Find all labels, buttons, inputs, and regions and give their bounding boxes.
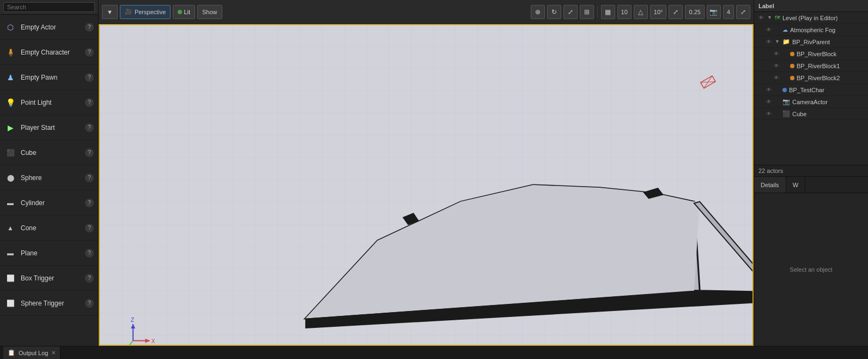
sidebar-item-player-start[interactable]: ▶ Player Start ? xyxy=(0,115,98,140)
blue-dot-icon xyxy=(782,88,787,92)
sidebar-item-sphere-trigger[interactable]: ⬜ Sphere Trigger ? xyxy=(0,291,98,316)
scale-button[interactable]: 0.25 xyxy=(685,5,704,19)
sidebar-item-info-button[interactable]: ? xyxy=(85,199,94,207)
sidebar-item-info-button[interactable]: ? xyxy=(85,173,94,182)
sidebar-item-label: Cone xyxy=(21,224,85,232)
outliner-item-name: CameraActor xyxy=(792,99,865,105)
viewport: ▼ 🎥 Perspective Lit Show ⊕ ↻ ⤢ ⊞ ▦ 1 xyxy=(99,0,754,346)
world-tab-label: W xyxy=(793,182,798,188)
sidebar-item-info-button[interactable]: ? xyxy=(85,148,94,157)
viewport-canvas[interactable]: Z X Y xyxy=(99,24,754,346)
actor-icon: ⬡ xyxy=(4,21,16,33)
sidebar-item-cube[interactable]: ⬛ Cube ? xyxy=(0,140,98,165)
visibility-icon[interactable]: 👁 xyxy=(757,14,765,22)
show-button[interactable]: Show xyxy=(197,5,222,19)
sidebar-item-label: Empty Pawn xyxy=(21,74,85,81)
visibility-icon[interactable]: 👁 xyxy=(773,50,780,58)
world-outliner-items: 👁 ▼ 🗺 Level (Play in Editor) 👁 ▶ ☁ Atmos… xyxy=(754,12,868,165)
sidebar-item-plane[interactable]: ▬ Plane ? xyxy=(0,241,98,266)
sphere-icon: ⬤ xyxy=(4,172,16,184)
visibility-icon[interactable]: 👁 xyxy=(765,98,773,106)
visibility-icon[interactable]: 👁 xyxy=(765,86,773,94)
outliner-item-bp-riverblock1[interactable]: 👁 ▶ BP_RiverBlock1 xyxy=(754,60,868,72)
trigger-icon: ⬜ xyxy=(4,272,16,284)
visibility-icon[interactable]: 👁 xyxy=(773,74,780,82)
character-icon: 🧍 xyxy=(4,46,16,58)
outliner-item-camera-actor[interactable]: 👁 ▶ 📷 CameraActor xyxy=(754,96,868,108)
visibility-icon[interactable]: 👁 xyxy=(773,62,780,70)
bottom-bar: 📋 Output Log ✕ xyxy=(0,346,868,359)
grid-toggle-button[interactable]: ▦ xyxy=(601,5,615,19)
perspective-button[interactable]: 🎥 Perspective xyxy=(120,5,171,19)
sidebar-item-label: Empty Character xyxy=(21,49,85,56)
camera-speed-button[interactable]: 4 xyxy=(723,5,734,19)
sidebar-item-info-button[interactable]: ? xyxy=(85,23,94,32)
sidebar-item-info-button[interactable]: ? xyxy=(85,224,94,232)
sidebar-item-info-button[interactable]: ? xyxy=(85,98,94,107)
rotate-tool-button[interactable]: ↻ xyxy=(547,5,561,19)
outliner-item-cube[interactable]: 👁 ▶ ⬛ Cube xyxy=(754,108,868,120)
outliner-item-level-play-in-editor[interactable]: 👁 ▼ 🗺 Level (Play in Editor) xyxy=(754,12,868,24)
viewport-dropdown-button[interactable]: ▼ xyxy=(102,5,118,19)
snap-angle-button[interactable]: 10° xyxy=(650,5,667,19)
sidebar-item-info-button[interactable]: ? xyxy=(85,299,94,308)
sidebar-item-label: Cylinder xyxy=(21,199,85,207)
sidebar-item-point-light[interactable]: 💡 Point Light ? xyxy=(0,90,98,115)
actors-count-text: 22 actors xyxy=(758,167,783,174)
orange-dot-icon xyxy=(790,76,794,80)
sidebar-item-empty-actor[interactable]: ⬡ Empty Actor ? xyxy=(0,15,98,40)
grid-size-button[interactable]: 10 xyxy=(617,5,632,19)
details-tab[interactable]: Details xyxy=(754,177,786,193)
svg-text:Z: Z xyxy=(131,317,134,323)
local-global-button[interactable]: ⊞ xyxy=(580,5,594,19)
panel-tabs: Details W xyxy=(754,177,868,193)
outliner-item-bp-riverblock2[interactable]: 👁 ▶ BP_RiverBlock2 xyxy=(754,72,868,84)
search-input[interactable] xyxy=(3,2,95,12)
translate-tool-button[interactable]: ⊕ xyxy=(531,5,545,19)
sidebar-item-info-button[interactable]: ? xyxy=(85,73,94,82)
viewport-toolbar: ▼ 🎥 Perspective Lit Show ⊕ ↻ ⤢ ⊞ ▦ 1 xyxy=(99,0,754,24)
actors-count-bar: 22 actors xyxy=(754,165,868,177)
sidebar-item-label: Sphere Trigger xyxy=(21,300,85,307)
sidebar-search-bar xyxy=(0,0,98,15)
sidebar-item-cone[interactable]: ▲ Cone ? xyxy=(0,216,98,241)
outliner-item-bp-riverblock[interactable]: 👁 ▶ BP_RiverBlock xyxy=(754,48,868,60)
outliner-item-atmospheric-fog[interactable]: 👁 ▶ ☁ Atmospheric Fog xyxy=(754,24,868,36)
outliner-item-bp-testchar[interactable]: 👁 ▶ BP_TestChar xyxy=(754,84,868,96)
right-panel: Label 👁 ▼ 🗺 Level (Play in Editor) 👁 ▶ ☁… xyxy=(754,0,868,346)
scale-tool-button[interactable]: ⤢ xyxy=(563,5,578,19)
details-tab-label: Details xyxy=(761,182,779,188)
perspective-label: Perspective xyxy=(135,9,166,15)
visibility-icon[interactable]: 👁 xyxy=(765,26,773,34)
sidebar-items-list: ⬡ Empty Actor ? 🧍 Empty Character ? ♟ Em… xyxy=(0,15,98,346)
output-log-tab[interactable]: 📋 Output Log ✕ xyxy=(3,346,60,359)
world-outliner-header: Label xyxy=(754,0,868,12)
sidebar-item-label: Player Start xyxy=(21,124,85,131)
sidebar-item-empty-pawn[interactable]: ♟ Empty Pawn ? xyxy=(0,65,98,90)
visibility-icon[interactable]: 👁 xyxy=(765,110,773,118)
scale-icon: ⤢ xyxy=(669,5,683,19)
terrain-viewport-svg: Z X Y xyxy=(100,25,752,345)
world-tab[interactable]: W xyxy=(786,177,805,193)
outliner-item-name: BP_RivParent xyxy=(792,39,865,45)
output-log-close-button[interactable]: ✕ xyxy=(51,350,56,356)
visibility-icon[interactable]: 👁 xyxy=(765,38,773,46)
outliner-item-name: BP_RiverBlock xyxy=(797,51,865,57)
folder-icon: 📁 xyxy=(782,38,790,45)
sidebar-item-sphere[interactable]: ⬤ Sphere ? xyxy=(0,165,98,190)
details-panel: Select an object xyxy=(754,193,868,346)
sidebar-item-info-button[interactable]: ? xyxy=(85,274,94,283)
sidebar-item-cylinder[interactable]: ▬ Cylinder ? xyxy=(0,190,98,216)
outliner-item-name: BP_TestChar xyxy=(789,87,865,93)
world-outliner-label: Label xyxy=(758,3,774,9)
lit-button[interactable]: Lit xyxy=(173,5,195,19)
sidebar-item-box-trigger[interactable]: ⬜ Box Trigger ? xyxy=(0,266,98,291)
sidebar-item-info-button[interactable]: ? xyxy=(85,48,94,57)
sidebar-item-info-button[interactable]: ? xyxy=(85,249,94,258)
sidebar-item-empty-character[interactable]: 🧍 Empty Character ? xyxy=(0,40,98,65)
show-label: Show xyxy=(202,9,217,15)
sidebar-item-label: Cube xyxy=(21,149,85,157)
sidebar-item-info-button[interactable]: ? xyxy=(85,123,94,132)
maximize-button[interactable]: ⤢ xyxy=(736,5,750,19)
outliner-item-bp-rivparent[interactable]: 👁 ▼ 📁 BP_RivParent xyxy=(754,36,868,48)
